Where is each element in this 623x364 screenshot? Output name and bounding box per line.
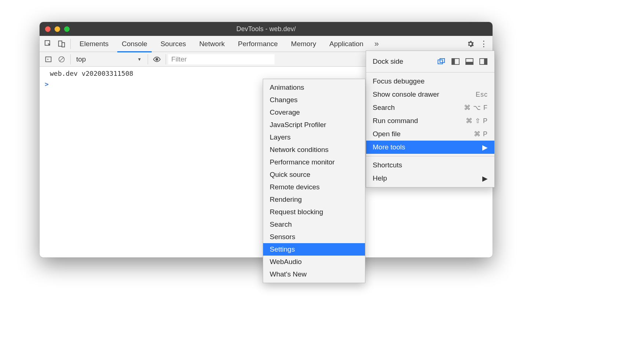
settings-gear-icon[interactable] [464, 37, 477, 51]
submenu-item-label: Request blocking [270, 208, 323, 216]
more-tools-submenu: AnimationsChangesCoverageJavaScript Prof… [263, 79, 365, 283]
menu-item-label: Focus debuggee [373, 77, 425, 85]
tab-sources[interactable]: Sources [154, 36, 193, 52]
tab-elements[interactable]: Elements [73, 36, 115, 52]
menu-item[interactable]: Open file⌘ P [366, 127, 494, 141]
submenu-item[interactable]: Network conditions [263, 144, 365, 156]
svg-rect-1 [59, 41, 62, 46]
clear-console-icon[interactable] [55, 53, 68, 66]
menu-item-shortcut: Esc [476, 91, 488, 99]
menu-item-shortcut: ⌘ P [474, 130, 488, 138]
tab-application[interactable]: Application [323, 36, 370, 52]
submenu-item[interactable]: Rendering [263, 193, 365, 206]
submenu-item[interactable]: Quick source [263, 168, 365, 181]
menu-item[interactable]: Show console drawerEsc [366, 88, 494, 101]
submenu-item[interactable]: Animations [263, 81, 365, 94]
submenu-item[interactable]: Layers [263, 131, 365, 144]
window-controls [45, 26, 70, 32]
chevron-down-icon: ▼ [137, 57, 141, 62]
submenu-item[interactable]: Performance monitor [263, 156, 365, 168]
submenu-item-label: Animations [270, 83, 304, 92]
menu-item[interactable]: Help▶ [366, 172, 494, 185]
main-toolbar: Elements Console Sources Network Perform… [40, 36, 493, 52]
more-tabs-icon[interactable]: » [370, 37, 383, 51]
zoom-window-button[interactable] [64, 26, 70, 32]
svg-rect-10 [452, 59, 454, 64]
kebab-menu-icon[interactable]: ⋮ [477, 37, 490, 51]
menu-item[interactable]: More tools▶ [366, 141, 494, 154]
submenu-item[interactable]: Sensors [263, 231, 365, 243]
tab-performance[interactable]: Performance [231, 36, 284, 52]
minimize-window-button[interactable] [55, 26, 60, 32]
submenu-item[interactable]: Request blocking [263, 206, 365, 218]
tab-label: Network [199, 40, 225, 48]
menu-item-label: Open file [373, 130, 401, 138]
submenu-item-label: WebAudio [270, 258, 302, 266]
svg-line-5 [60, 57, 63, 61]
submenu-item[interactable]: WebAudio [263, 256, 365, 268]
dock-right-icon[interactable] [479, 58, 488, 65]
submenu-arrow-icon: ▶ [482, 143, 488, 152]
dock-side-row: Dock side [366, 53, 494, 70]
menu-item[interactable]: Focus debuggee [366, 75, 494, 88]
menu-item-shortcut: ⌘ ⌥ F [464, 104, 488, 112]
close-window-button[interactable] [45, 26, 51, 32]
device-toolbar-icon[interactable] [55, 37, 68, 51]
overflow-menu: Dock side Focus debuggeeShow console dra… [366, 51, 495, 187]
submenu-item[interactable]: Changes [263, 94, 365, 106]
tab-label: Performance [238, 40, 278, 48]
menu-item[interactable]: Shortcuts [366, 159, 494, 172]
submenu-item-label: Settings [270, 245, 295, 253]
tab-console[interactable]: Console [115, 36, 154, 52]
tab-label: Elements [80, 40, 108, 48]
devtools-window: DevTools - web.dev/ Elements Console Sou… [40, 22, 493, 257]
live-expression-eye-icon[interactable] [150, 53, 163, 66]
submenu-item[interactable]: Search [263, 218, 365, 231]
submenu-item-label: Layers [270, 133, 291, 141]
submenu-item-label: Changes [270, 96, 298, 104]
submenu-item[interactable]: Coverage [263, 106, 365, 119]
titlebar: DevTools - web.dev/ [40, 22, 493, 36]
panel-tabs: Elements Console Sources Network Perform… [73, 36, 370, 52]
tab-label: Memory [291, 40, 316, 48]
submenu-item-label: Rendering [270, 196, 302, 204]
submenu-item[interactable]: What's New [263, 268, 365, 281]
submenu-item-label: What's New [270, 270, 307, 278]
menu-item-label: Search [373, 104, 395, 112]
svg-rect-14 [484, 59, 487, 64]
menu-item[interactable]: Run command⌘ ⇧ P [366, 114, 494, 127]
submenu-item-label: Coverage [270, 108, 300, 116]
dock-left-icon[interactable] [451, 58, 460, 65]
dock-undock-icon[interactable] [437, 58, 446, 65]
dock-side-label: Dock side [373, 57, 403, 66]
submenu-item-label: Search [270, 220, 292, 229]
menu-item-label: Show console drawer [373, 90, 439, 99]
submenu-item-label: Sensors [270, 233, 295, 241]
tab-label: Application [329, 40, 364, 48]
separator [148, 54, 148, 64]
filter-input[interactable] [168, 54, 274, 64]
execution-sidebar-icon[interactable] [42, 53, 55, 66]
submenu-item-label: Remote devices [270, 183, 320, 191]
svg-rect-2 [62, 42, 64, 47]
menu-item-label: Shortcuts [373, 161, 402, 169]
menu-item-label: Help [373, 174, 387, 182]
context-selector[interactable]: top ▼ [76, 55, 145, 64]
inspect-element-icon[interactable] [42, 37, 55, 51]
tab-memory[interactable]: Memory [284, 36, 323, 52]
dock-bottom-icon[interactable] [465, 58, 474, 65]
menu-item[interactable]: Search⌘ ⌥ F [366, 101, 494, 114]
svg-rect-12 [466, 62, 473, 64]
tab-label: Console [122, 40, 147, 48]
menu-item-label: More tools [373, 143, 405, 151]
submenu-item[interactable]: JavaScript Profiler [263, 119, 365, 131]
menu-item-shortcut: ⌘ ⇧ P [466, 117, 488, 125]
submenu-item-label: Performance monitor [270, 158, 335, 166]
window-title: DevTools - web.dev/ [40, 25, 493, 33]
tab-label: Sources [161, 40, 186, 48]
tab-network[interactable]: Network [193, 36, 232, 52]
submenu-item[interactable]: Remote devices [263, 181, 365, 193]
submenu-item-label: Network conditions [270, 146, 329, 154]
submenu-item[interactable]: Settings [263, 243, 365, 256]
submenu-item-label: JavaScript Profiler [270, 121, 326, 129]
